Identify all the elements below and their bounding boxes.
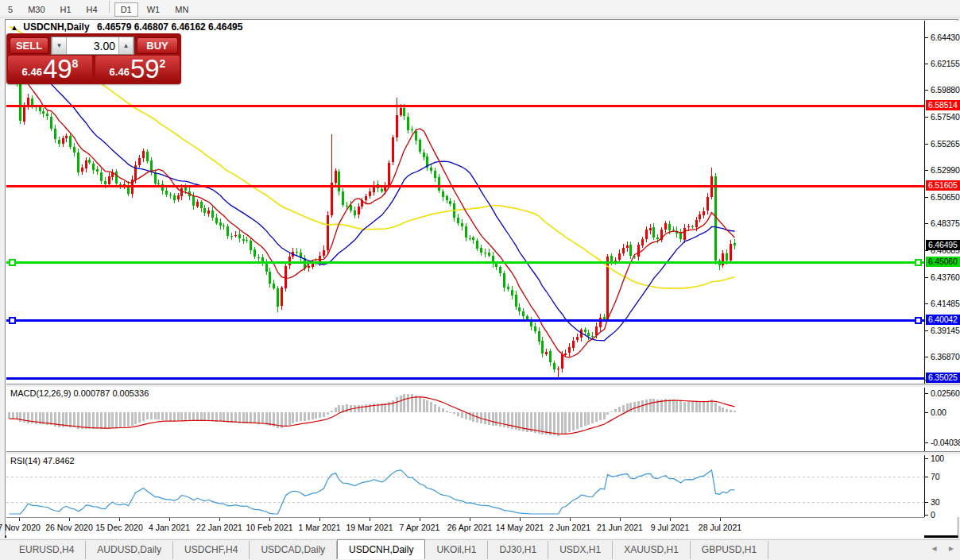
date-tick-mark bbox=[269, 518, 270, 521]
sell-price-display[interactable]: 6.46 49 8 bbox=[8, 56, 92, 82]
price-axis-tick-mark bbox=[925, 197, 928, 198]
date-tick-mark bbox=[319, 518, 320, 521]
tab-scroll-right-icon[interactable]: ▸ bbox=[949, 543, 954, 554]
level-price-badge: 6.40042 bbox=[926, 315, 960, 325]
rsi-axis-tick-mark bbox=[925, 477, 928, 477]
tab-usdchf[interactable]: USDCHF,H4 bbox=[173, 541, 250, 559]
timeframe-button-m30[interactable]: M30 bbox=[21, 2, 51, 17]
tab-xauusd[interactable]: XAUUSD,H1 bbox=[613, 541, 691, 559]
macd-axis-tick: 0.00 bbox=[931, 407, 946, 417]
rsi-axis-tick: 30 bbox=[931, 497, 939, 507]
price-axis-tick: 6.62155 bbox=[931, 59, 960, 68]
one-click-trade-panel: SELL ▼ ▲ BUY 6.46 49 8 6.46 59 2 bbox=[6, 33, 181, 84]
volume-decrease-icon[interactable]: ▼ bbox=[52, 37, 67, 54]
date-tick-mark bbox=[520, 518, 521, 521]
macd-axis-tick-mark bbox=[925, 393, 928, 394]
date-tick-mark bbox=[119, 518, 120, 521]
timeframe-button-5[interactable]: 5 bbox=[2, 2, 19, 17]
price-axis-tick-mark bbox=[925, 117, 928, 118]
price-axis-tick-mark bbox=[925, 144, 928, 145]
macd-axis-tick: 0.025609 bbox=[931, 388, 960, 398]
rsi-axis-tick-mark bbox=[925, 515, 928, 516]
date-tick-mark bbox=[69, 518, 70, 521]
rsi-axis-tick: 0 bbox=[931, 510, 935, 519]
tab-dj30[interactable]: DJ30,H1 bbox=[488, 541, 548, 559]
volume-spinner: ▼ ▲ bbox=[51, 37, 134, 55]
timeframe-button-h4[interactable]: H4 bbox=[80, 2, 104, 17]
price-axis-tick-mark bbox=[925, 250, 928, 251]
timeframe-toolbar: 5M30H1H4D1W1MN bbox=[0, 0, 960, 17]
sell-button[interactable]: SELL bbox=[10, 37, 48, 54]
tab-eurusd[interactable]: EURUSD,H4 bbox=[8, 541, 86, 559]
timeframe-button-w1[interactable]: W1 bbox=[141, 2, 167, 17]
date-tick-mark bbox=[169, 518, 170, 521]
date-tick-label: 28 Jul 2021 bbox=[688, 523, 752, 532]
date-tick-mark bbox=[720, 518, 721, 521]
price-axis-tick-mark bbox=[925, 90, 928, 91]
price-axis-tick: 6.50650 bbox=[931, 192, 960, 202]
macd-axis-tick-mark bbox=[925, 412, 928, 413]
toolbar-separator bbox=[109, 1, 110, 13]
chart-tab-bar: EURUSD,H4AUDUSD,DailyUSDCHF,H4USDCAD,Dai… bbox=[0, 539, 960, 560]
tab-usdcad[interactable]: USDCAD,Daily bbox=[250, 541, 337, 559]
tab-audusd[interactable]: AUDUSD,Daily bbox=[86, 541, 173, 559]
volume-input[interactable] bbox=[67, 37, 118, 54]
level-price-badge: 6.45060 bbox=[926, 257, 960, 267]
tab-usdx[interactable]: USDX,H1 bbox=[548, 541, 613, 559]
rsi-axis-tick-mark bbox=[925, 502, 928, 503]
buy-price-big: 59 bbox=[130, 57, 160, 81]
level-price-badge: 6.35025 bbox=[926, 373, 960, 383]
horizontal-level-lines[interactable] bbox=[6, 106, 924, 378]
price-axis-tick: 6.41485 bbox=[931, 299, 960, 308]
date-axis[interactable]: 7 Nov 202026 Nov 202015 Dec 20204 Jan 20… bbox=[6, 517, 924, 539]
date-tick-mark bbox=[420, 518, 420, 521]
price-axis-tick: 6.64430 bbox=[931, 33, 960, 42]
tab-gbpusd[interactable]: GBPUSD,H1 bbox=[691, 541, 768, 559]
current-price-badge: 6.46495 bbox=[926, 240, 960, 250]
pane-separator[interactable] bbox=[6, 451, 960, 455]
price-axis-tick-mark bbox=[925, 277, 928, 278]
tab-usdcnh[interactable]: USDCNH,Daily bbox=[337, 539, 425, 559]
volume-increase-icon[interactable]: ▲ bbox=[118, 37, 134, 54]
buy-price-base: 6.46 bbox=[110, 66, 130, 78]
buy-button[interactable]: BUY bbox=[137, 37, 178, 54]
buy-price-pip: 2 bbox=[160, 57, 166, 70]
buy-price-display[interactable]: 6.46 59 2 bbox=[95, 56, 180, 82]
price-axis-tick: 6.52990 bbox=[931, 165, 960, 175]
price-axis[interactable]: 6.644306.621556.598806.575406.552656.529… bbox=[924, 21, 960, 517]
timeframe-buttons: 5M30H1H4D1W1MN bbox=[2, 1, 197, 17]
date-tick-mark bbox=[670, 518, 671, 521]
level-price-badge: 6.51605 bbox=[926, 180, 960, 191]
price-axis-tick-mark bbox=[925, 330, 928, 331]
pane-separator[interactable] bbox=[6, 384, 960, 388]
timeframe-button-mn[interactable]: MN bbox=[168, 2, 195, 17]
price-axis-tick: 6.59880 bbox=[931, 85, 960, 95]
price-axis-tick-mark bbox=[925, 223, 928, 224]
price-axis-tick: 6.55265 bbox=[931, 139, 960, 149]
level-price-badge: 6.58514 bbox=[926, 100, 960, 110]
sell-price-big: 49 bbox=[43, 57, 72, 81]
tab-scroll-arrows: ◂ ▸ bbox=[923, 543, 954, 554]
date-tick-mark bbox=[19, 518, 20, 521]
macd-indicator-label: MACD(12,26,9) 0.000787 0.005336 bbox=[10, 388, 149, 398]
tab-ukoil[interactable]: UKOil,H1 bbox=[425, 541, 488, 559]
tab-scroll-left-icon[interactable]: ◂ bbox=[932, 543, 937, 554]
price-axis-tick-mark bbox=[925, 170, 928, 171]
price-axis-tick: 6.36870 bbox=[931, 352, 960, 361]
chart-tabs: EURUSD,H4AUDUSD,DailyUSDCHF,H4USDCAD,Dai… bbox=[8, 541, 768, 559]
rsi-axis-tick-mark bbox=[925, 458, 928, 459]
rsi-indicator-label: RSI(14) 47.8462 bbox=[10, 456, 75, 465]
sell-price-base: 6.46 bbox=[22, 66, 42, 78]
macd-axis-tick: -0.04038 bbox=[931, 438, 960, 447]
timeframe-button-d1[interactable]: D1 bbox=[114, 2, 138, 17]
rsi-canvas[interactable] bbox=[6, 454, 924, 517]
date-tick-mark bbox=[219, 518, 220, 521]
price-axis-tick: 6.48375 bbox=[931, 218, 960, 228]
candlesticks bbox=[8, 60, 736, 378]
price-axis-tick-mark bbox=[925, 357, 928, 357]
timeframe-button-h1[interactable]: H1 bbox=[54, 2, 78, 17]
chart-ohlc-values: 6.46579 6.46807 6.46162 6.46495 bbox=[97, 21, 243, 33]
price-axis-tick-mark bbox=[925, 303, 928, 304]
price-axis-tick-mark bbox=[925, 64, 928, 64]
rsi-axis-tick: 70 bbox=[931, 472, 939, 481]
